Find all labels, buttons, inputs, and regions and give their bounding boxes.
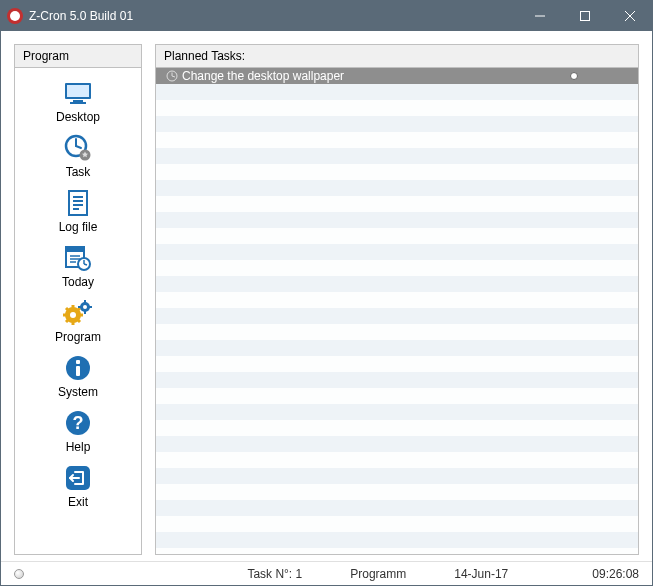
sidebar-header: Program [15,45,141,68]
sidebar-item-desktop[interactable]: Desktop [15,72,141,127]
sidebar-panel: Program DesktopTaskLog fileTodayProgramS… [14,44,142,555]
task-row-empty [156,356,638,372]
task-row-empty [156,436,638,452]
task-row-empty [156,84,638,100]
svg-line-24 [84,264,87,265]
task-row-empty [156,548,638,554]
task-row-empty [156,116,638,132]
task-row-empty [156,420,638,436]
sidebar-item-label: Log file [59,220,98,234]
svg-point-26 [70,312,76,318]
minimize-icon [535,11,545,21]
status-time: 09:26:08 [532,567,639,581]
sidebar-item-label: Exit [68,495,88,509]
main-panel: Planned Tasks: Change the desktop wallpa… [155,44,639,555]
task-row-empty [156,388,638,404]
today-icon [62,242,94,274]
svg-point-36 [83,305,87,309]
system-icon [62,352,94,384]
close-button[interactable] [607,1,652,31]
task-icon [62,132,94,164]
titlebar: Z-Cron 5.0 Build 01 [1,1,652,31]
task-row[interactable]: Change the desktop wallpaper [156,68,638,84]
svg-rect-18 [66,247,84,252]
task-row-empty [156,276,638,292]
maximize-icon [580,11,590,21]
task-row-empty [156,452,638,468]
task-row-empty [156,228,638,244]
sidebar-item-label: Task [66,165,91,179]
close-icon [625,11,635,21]
svg-rect-43 [76,366,80,376]
task-row-empty [156,308,638,324]
program-icon [62,297,94,329]
sidebar-item-exit[interactable]: Exit [15,457,141,512]
task-row-empty [156,260,638,276]
sidebar-item-label: System [58,385,98,399]
task-row-empty [156,212,638,228]
svg-text:?: ? [73,413,84,433]
task-list[interactable]: Change the desktop wallpaper [156,68,638,554]
sidebar-item-label: Program [55,330,101,344]
svg-line-34 [78,308,80,310]
content-area: Program DesktopTaskLog fileTodayProgramS… [1,31,652,561]
task-row-empty [156,372,638,388]
task-row-empty [156,196,638,212]
svg-rect-12 [69,191,87,215]
task-row-empty [156,148,638,164]
window-title: Z-Cron 5.0 Build 01 [29,9,133,23]
sidebar-item-log-file[interactable]: Log file [15,182,141,237]
svg-line-10 [76,146,81,148]
svg-line-32 [78,320,80,322]
svg-rect-1 [580,12,589,21]
svg-rect-42 [76,360,80,364]
svg-line-33 [66,320,68,322]
task-row-empty [156,180,638,196]
minimize-button[interactable] [517,1,562,31]
task-status-icon [570,72,578,80]
task-type-icon [166,70,178,82]
task-row-empty [156,164,638,180]
logfile-icon [62,187,94,219]
sidebar-item-label: Desktop [56,110,100,124]
status-program: Programm [326,567,430,581]
svg-rect-6 [73,100,83,102]
task-row-empty [156,532,638,548]
sidebar-item-help[interactable]: ?Help [15,402,141,457]
svg-line-31 [66,308,68,310]
task-row-label: Change the desktop wallpaper [182,69,570,83]
task-row-empty [156,292,638,308]
main-header: Planned Tasks: [156,45,638,68]
svg-line-49 [172,76,175,77]
help-icon: ? [62,407,94,439]
sidebar-item-label: Help [66,440,91,454]
maximize-button[interactable] [562,1,607,31]
desktop-icon [62,77,94,109]
task-row-empty [156,500,638,516]
app-icon [7,8,23,24]
status-date: 14-Jun-17 [430,567,532,581]
task-row-empty [156,132,638,148]
status-task-count: Task N°: 1 [223,567,326,581]
task-row-empty [156,484,638,500]
svg-rect-5 [67,85,89,97]
sidebar-item-task[interactable]: Task [15,127,141,182]
task-row-empty [156,100,638,116]
svg-rect-7 [70,102,86,104]
task-row-empty [156,404,638,420]
statusbar: Task N°: 1 Programm 14-Jun-17 09:26:08 [1,561,652,585]
sidebar-item-system[interactable]: System [15,347,141,402]
sidebar-item-label: Today [62,275,94,289]
task-row-empty [156,516,638,532]
sidebar-item-program[interactable]: Program [15,292,141,347]
sidebar-item-today[interactable]: Today [15,237,141,292]
status-led-icon [14,569,24,579]
task-row-empty [156,324,638,340]
exit-icon [62,462,94,494]
task-row-empty [156,340,638,356]
task-row-empty [156,244,638,260]
sidebar-body: DesktopTaskLog fileTodayProgramSystem?He… [15,68,141,554]
task-row-empty [156,468,638,484]
